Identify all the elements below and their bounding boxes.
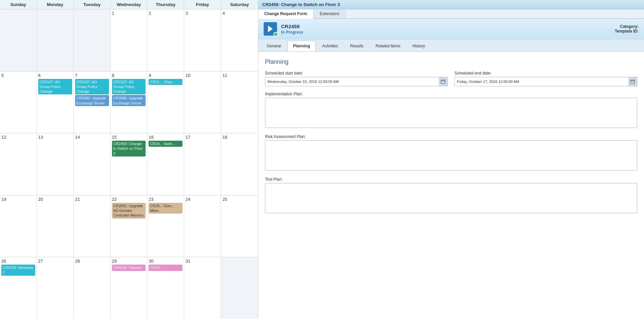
implementation-plan-label: Implementation Plan: (265, 92, 637, 96)
cell-date: 11 (222, 73, 257, 78)
event-cr2107-tue[interactable]: CR2107: AD Group Policy Change (75, 79, 109, 95)
scheduled-end-calendar-button[interactable] (628, 77, 637, 86)
cal-cell-16[interactable]: 16 CR24... Switc... (147, 133, 184, 195)
event-cr2680-tue[interactable]: CR2680: Upgrade Exchange Server (75, 95, 109, 106)
cal-cell[interactable] (37, 9, 74, 71)
cal-cell-3[interactable]: 3 (184, 9, 221, 71)
nav-tab-results[interactable]: Results (344, 41, 369, 51)
cal-cell-18[interactable]: 18 (221, 133, 258, 195)
nav-tab-activities[interactable]: Activities (316, 41, 343, 51)
cal-cell-29[interactable]: 29 CR4230: Patches (111, 257, 148, 319)
cal-cell-23[interactable]: 23 CR26... Dom... Mem... (147, 195, 184, 257)
cr-status-badge (273, 32, 278, 37)
cell-date: 29 (112, 259, 146, 264)
event-cr2680-wed[interactable]: CR2680: Upgrade Exchange Server (112, 95, 146, 106)
cal-cell-4[interactable]: 4 (221, 9, 258, 71)
event-cr2691-thu[interactable]: CR26... Dom... Mem... (149, 203, 182, 214)
risk-assessment-plan-textarea[interactable] (265, 140, 637, 171)
test-plan-label: Test Plan: (265, 177, 637, 182)
event-cr2107-wed[interactable]: CR2107: AD Group Policy Change (112, 79, 146, 95)
cal-cell-27[interactable]: 27 (37, 257, 74, 319)
cal-cell-21[interactable]: 21 (74, 195, 111, 257)
scheduled-start-input[interactable] (265, 78, 439, 85)
cal-cell-13[interactable]: 13 (37, 133, 74, 195)
cal-cell-25[interactable]: 25 (221, 195, 258, 257)
scheduled-start-calendar-button[interactable] (439, 77, 447, 86)
day-header-wednesday: Wednesday (111, 0, 148, 9)
detail-title-bar: CR2459: Change to Switch on Floor 3 (258, 0, 644, 9)
cell-date: 7 (75, 73, 109, 78)
cell-date: 12 (1, 135, 35, 140)
calendar-week-2: 5 6 CR2107: AD Group Policy Change 7 CR2… (0, 72, 258, 134)
scheduled-end-input[interactable] (455, 78, 628, 85)
risk-assessment-plan-section: Risk Assessment Plan: (265, 134, 637, 172)
cal-cell-1[interactable]: 1 (111, 9, 148, 71)
cal-cell[interactable] (0, 9, 37, 71)
day-header-saturday: Saturday (221, 0, 258, 9)
cal-cell-12[interactable]: 12 (0, 133, 37, 195)
cal-cell-11[interactable]: 11 (221, 72, 258, 133)
cell-date: 22 (112, 197, 146, 202)
event-cr2459-wed[interactable]: CR2459: Change to Switch on Floor 3 (112, 141, 146, 156)
implementation-plan-textarea[interactable] (265, 98, 637, 128)
cell-date: 18 (222, 135, 257, 140)
cell-date: 28 (75, 259, 109, 264)
cal-cell-22[interactable]: 22 CR2691: Upgrade AD Domain Controller … (111, 195, 148, 257)
test-plan-textarea[interactable] (265, 183, 637, 213)
scheduled-dates-row: Scheduled start date: (265, 71, 637, 86)
scheduled-start-group: Scheduled start date: (265, 71, 448, 86)
cal-cell-9[interactable]: 9 CR21... Chan... (147, 72, 184, 133)
cell-date: 19 (1, 197, 35, 202)
day-header-sunday: Sunday (0, 0, 37, 9)
detail-tabs: Change Request Form Extensions (258, 9, 644, 19)
svg-rect-0 (441, 80, 445, 84)
implementation-plan-section: Implementation Plan: (265, 92, 637, 129)
calendar-panel: Sunday Monday Tuesday Wednesday Thursday… (0, 0, 258, 319)
nav-tab-planning[interactable]: Planning (287, 41, 316, 51)
cal-cell-24[interactable]: 24 (184, 195, 221, 257)
nav-tab-general[interactable]: General (261, 41, 287, 51)
tab-change-request-form[interactable]: Change Request Form (258, 9, 314, 19)
cal-cell-2[interactable]: 2 (147, 9, 184, 71)
cal-cell-17[interactable]: 17 (184, 133, 221, 195)
tab-extensions[interactable]: Extensions (314, 9, 346, 18)
cal-cell-31[interactable]: 31 (184, 257, 221, 319)
cal-cell-7[interactable]: 7 CR2107: AD Group Policy Change CR2680:… (74, 72, 111, 133)
cell-date: 20 (38, 197, 72, 202)
cr-meta: Category: Template ID: (615, 24, 639, 34)
event-cr2107-mon[interactable]: CR2107: AD Group Policy Change (38, 79, 72, 95)
event-cr4239-sun[interactable]: CR4239: Windows 7 (1, 265, 35, 276)
event-cr2459-thu[interactable]: CR24... Switc... (149, 141, 182, 147)
cell-date: 4 (222, 11, 257, 16)
cal-cell-6[interactable]: 6 CR2107: AD Group Policy Change (37, 72, 74, 133)
event-cr2691-wed[interactable]: CR2691: Upgrade AD Domain Controller Mem… (112, 203, 146, 219)
scheduled-end-input-wrapper (454, 77, 637, 86)
cal-cell-26[interactable]: 26 CR4239: Windows 7 (0, 257, 37, 319)
cell-date: 16 (149, 135, 182, 140)
event-cr4230-wed[interactable]: CR4230: Patches (112, 265, 146, 271)
calendar-header: Sunday Monday Tuesday Wednesday Thursday… (0, 0, 258, 9)
day-header-thursday: Thursday (147, 0, 184, 9)
event-cr2107-thu[interactable]: CR21... Chan... (149, 79, 182, 85)
cal-cell-10[interactable]: 10 (184, 72, 221, 133)
event-cr4230-thu[interactable]: CR42... (149, 265, 182, 271)
main-container: Sunday Monday Tuesday Wednesday Thursday… (0, 0, 644, 319)
cal-cell-15[interactable]: 15 CR2459: Change to Switch on Floor 3 (111, 133, 148, 195)
nav-tab-history[interactable]: History (407, 41, 431, 51)
day-header-tuesday: Tuesday (74, 0, 111, 9)
cal-cell-5[interactable]: 5 (0, 72, 37, 133)
nav-tab-related-items[interactable]: Related Items (370, 41, 406, 51)
cal-cell-8[interactable]: 8 CR2107: AD Group Policy Change CR2680:… (111, 72, 148, 133)
scheduled-start-input-wrapper (265, 77, 448, 86)
cal-cell-extra[interactable] (221, 257, 258, 319)
detail-title-text: CR2459: Change to Switch on Floor 3 (258, 1, 344, 8)
cal-cell-19[interactable]: 19 (0, 195, 37, 257)
cal-cell-20[interactable]: 20 (37, 195, 74, 257)
cal-cell-14[interactable]: 14 (74, 133, 111, 195)
cr-arrow-icon (268, 26, 273, 32)
cell-date: 27 (38, 259, 72, 264)
cal-cell[interactable] (74, 9, 111, 71)
cal-cell-30[interactable]: 30 CR42... (147, 257, 184, 319)
cell-date: 15 (112, 135, 146, 140)
cal-cell-28[interactable]: 28 (74, 257, 111, 319)
